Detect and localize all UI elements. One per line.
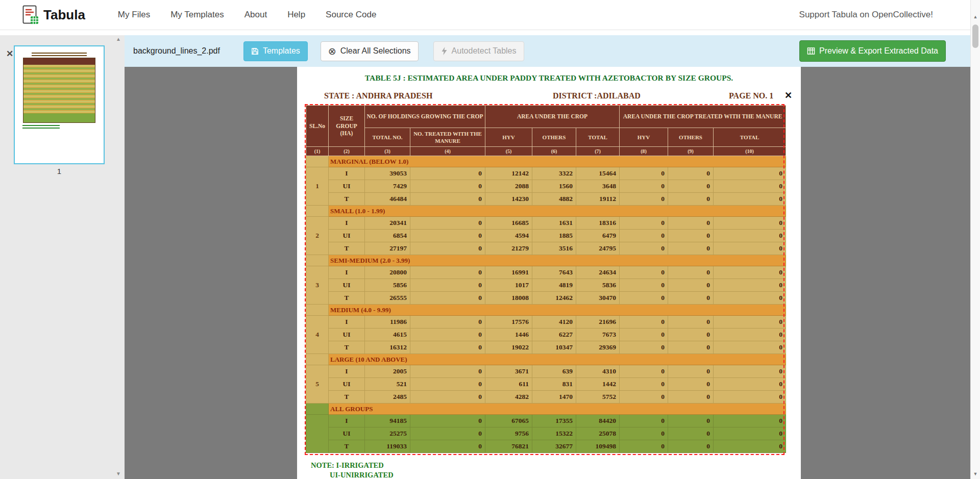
page-thumbnail[interactable] bbox=[14, 45, 105, 164]
table-grid-icon bbox=[807, 47, 815, 55]
brand-title: Tabula bbox=[43, 7, 85, 23]
document-viewport: TABLE 5J : ESTIMATED AREA UNDER PADDY TR… bbox=[125, 67, 970, 479]
table-selection-overlay[interactable] bbox=[305, 104, 785, 455]
thumbnail-table-rows bbox=[23, 65, 95, 113]
clear-all-selections-label: Clear All Selections bbox=[340, 46, 411, 56]
thumbnail-table-footer-rows bbox=[23, 113, 95, 122]
document-meta-row: STATE : ANDHRA PRADESH DISTRICT :ADILABA… bbox=[297, 91, 801, 102]
main-nav: My Files My Templates About Help Source … bbox=[118, 10, 376, 20]
district-label: DISTRICT :ADILABAD bbox=[553, 91, 641, 100]
autodetect-tables-button[interactable]: Autodetect Tables bbox=[433, 41, 524, 61]
document-toolbar: background_lines_2.pdf Templates ⊗ Clear… bbox=[125, 35, 970, 67]
thumbnail-sidebar: ✕ 1 ▲ ▼ bbox=[0, 35, 125, 479]
nav-item-source-code[interactable]: Source Code bbox=[326, 10, 376, 20]
nav-item-my-templates[interactable]: My Templates bbox=[170, 10, 224, 20]
tabula-logo-icon bbox=[22, 5, 39, 24]
scrollbar-up-icon[interactable]: ▲ bbox=[971, 14, 980, 19]
thumbnail-table bbox=[23, 58, 96, 123]
lightning-icon bbox=[441, 47, 448, 55]
top-navbar: Tabula My Files My Templates About Help … bbox=[0, 0, 980, 30]
remove-page-icon[interactable]: ✕ bbox=[6, 48, 13, 59]
preview-export-button[interactable]: Preview & Export Extracted Data bbox=[799, 40, 946, 62]
nav-item-help[interactable]: Help bbox=[287, 10, 305, 20]
sidebar-scroll-down-icon[interactable]: ▼ bbox=[116, 471, 121, 476]
note-line-1: NOTE: I-IRRIGATED bbox=[311, 461, 394, 470]
clear-all-selections-button[interactable]: ⊗ Clear All Selections bbox=[321, 41, 419, 61]
nav-item-my-files[interactable]: My Files bbox=[118, 10, 150, 20]
note-line-2: UI-UNIRRIGATED bbox=[330, 470, 394, 479]
templates-button[interactable]: Templates bbox=[243, 41, 308, 61]
nav-item-about[interactable]: About bbox=[244, 10, 267, 20]
preview-export-label: Preview & Export Extracted Data bbox=[819, 46, 938, 56]
open-filename: background_lines_2.pdf bbox=[133, 46, 220, 56]
state-label: STATE : ANDHRA PRADESH bbox=[324, 91, 432, 100]
autodetect-tables-label: Autodetect Tables bbox=[452, 46, 517, 56]
thumbnail-title-lines bbox=[32, 53, 87, 56]
document-note: NOTE: I-IRRIGATED UI-UNIRRIGATED bbox=[311, 461, 394, 479]
scrollbar-down-icon[interactable]: ▼ bbox=[971, 471, 980, 476]
document-table-title: TABLE 5J : ESTIMATED AREA UNDER PADDY TR… bbox=[297, 73, 801, 83]
templates-icon bbox=[251, 47, 259, 55]
thumbnail-page-number: 1 bbox=[14, 167, 105, 175]
pdf-page[interactable]: TABLE 5J : ESTIMATED AREA UNDER PADDY TR… bbox=[297, 67, 801, 479]
support-link[interactable]: Support Tabula on OpenCollective! bbox=[799, 10, 933, 20]
thumbnail-table-header bbox=[23, 58, 95, 65]
circle-x-icon: ⊗ bbox=[328, 46, 336, 56]
scrollbar-thumb[interactable] bbox=[972, 24, 978, 48]
templates-button-label: Templates bbox=[263, 46, 300, 56]
page-no-label: PAGE NO. 1 bbox=[729, 91, 773, 100]
thumbnail-note-lines bbox=[22, 125, 60, 129]
selection-close-icon[interactable]: ✕ bbox=[785, 90, 792, 101]
tabula-app: Tabula My Files My Templates About Help … bbox=[0, 0, 980, 479]
sidebar-scroll-up-icon[interactable]: ▲ bbox=[116, 36, 121, 42]
vertical-scrollbar[interactable]: ▲ ▼ bbox=[970, 0, 980, 479]
